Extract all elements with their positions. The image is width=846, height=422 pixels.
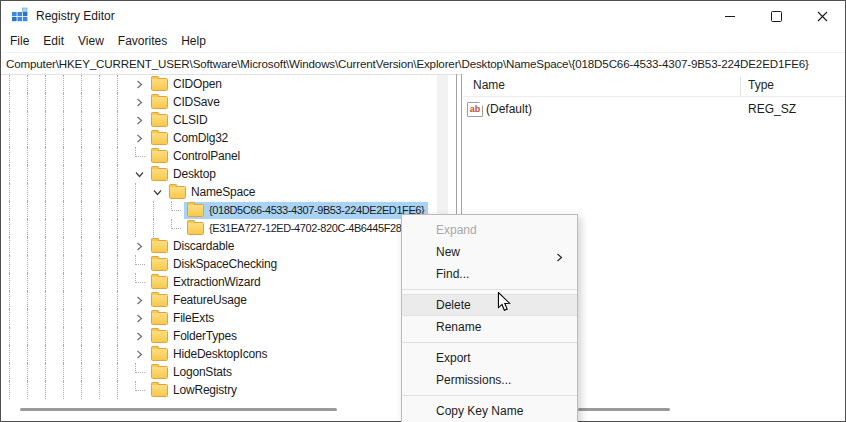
tree-item[interactable]: CIDSave	[148, 93, 224, 111]
tree-guide-line	[63, 201, 81, 219]
maximize-button[interactable]	[753, 1, 799, 32]
tree-row[interactable]: FileExts	[1, 309, 454, 327]
tree-guide-line	[63, 75, 81, 93]
column-header-type[interactable]: Type	[748, 74, 774, 96]
tree-row[interactable]: CIDOpen	[1, 75, 454, 93]
tree-row[interactable]: FolderTypes	[1, 327, 454, 345]
context-menu-item-export[interactable]: Export	[402, 347, 577, 369]
context-menu-item-rename[interactable]: Rename	[402, 316, 577, 338]
tree-row[interactable]: NameSpace	[1, 183, 454, 201]
menubar-item-file[interactable]: File	[3, 31, 36, 52]
tree-item-label: FolderTypes	[173, 329, 237, 343]
tree-connector	[135, 255, 148, 273]
column-header-name[interactable]: Name	[473, 74, 505, 96]
tree-item[interactable]: FileExts	[148, 309, 218, 327]
context-menu-item-copy-key-name[interactable]: Copy Key Name	[402, 400, 577, 422]
tree-row[interactable]: HideDesktopIcons	[1, 345, 454, 363]
tree-guide-line	[27, 111, 45, 129]
tree-item[interactable]: HideDesktopIcons	[148, 345, 271, 363]
tree-guide-line	[27, 201, 45, 219]
tree-item[interactable]: {E31EA727-12ED-4702-820C-4B6445F28E	[184, 220, 412, 237]
tree-row[interactable]: ExtractionWizard	[1, 273, 454, 291]
context-menu-item-delete[interactable]: Delete	[402, 294, 577, 316]
tree-item[interactable]: DiskSpaceChecking	[148, 255, 281, 273]
value-row[interactable]: ab (Default) REG_SZ	[463, 100, 845, 119]
tree-guide-line	[9, 147, 27, 165]
folder-icon	[151, 294, 168, 307]
tree-horizontal-scrollbar-thumb[interactable]	[20, 408, 337, 411]
chevron-right-icon[interactable]	[135, 93, 148, 111]
tree-guide-line	[99, 183, 117, 201]
tree-item[interactable]: ExtractionWizard	[148, 273, 265, 291]
chevron-right-icon[interactable]	[135, 309, 148, 327]
menubar-item-help[interactable]: Help	[174, 31, 213, 52]
chevron-right-icon[interactable]	[135, 75, 148, 93]
chevron-down-icon[interactable]	[153, 183, 166, 201]
tree-row[interactable]: DiskSpaceChecking	[1, 255, 454, 273]
tree-guide-line	[27, 291, 45, 309]
tree-guide-line	[117, 75, 135, 93]
context-menu-item-permissions---[interactable]: Permissions...	[402, 369, 577, 391]
tree-item[interactable]: Discardable	[148, 237, 238, 255]
chevron-right-icon[interactable]	[135, 129, 148, 147]
tree-item[interactable]: LowRegistry	[148, 381, 241, 399]
values-horizontal-scrollbar-thumb[interactable]	[578, 408, 670, 411]
tree-item[interactable]: CIDOpen	[148, 75, 226, 93]
registry-editor-window: Registry Editor FileEditViewFavoritesHel…	[0, 0, 846, 422]
tree-guide-line	[27, 237, 45, 255]
tree-guide-line	[9, 345, 27, 363]
context-menu-item-new[interactable]: New	[402, 241, 577, 263]
chevron-right-icon[interactable]	[135, 111, 148, 129]
tree-row[interactable]: FeatureUsage	[1, 291, 454, 309]
tree-guide-line	[153, 219, 171, 237]
tree-item-selected[interactable]: {018D5C66-4533-4307-9B53-224DE2ED1FE6}	[184, 202, 428, 219]
tree-guide-line	[99, 381, 117, 399]
minimize-icon	[725, 16, 735, 17]
menubar-item-favorites[interactable]: Favorites	[111, 31, 174, 52]
tree-guide-line	[45, 381, 63, 399]
tree-item[interactable]: ControlPanel	[148, 147, 244, 165]
tree-guide-line	[99, 111, 117, 129]
tree-item[interactable]: CLSID	[148, 111, 211, 129]
chevron-right-icon[interactable]	[135, 237, 148, 255]
column-divider[interactable]	[740, 76, 741, 96]
tree-item-label: ComDlg32	[173, 131, 228, 145]
tree-item[interactable]: FeatureUsage	[148, 291, 251, 309]
folder-icon	[151, 258, 168, 271]
tree-guide-line	[99, 93, 117, 111]
tree-row[interactable]: LowRegistry	[1, 381, 454, 399]
tree-item[interactable]: LogonStats	[148, 363, 236, 381]
close-button[interactable]	[799, 1, 845, 32]
tree-guide-line	[9, 201, 27, 219]
tree-item[interactable]: Desktop	[148, 165, 220, 183]
chevron-right-icon[interactable]	[135, 291, 148, 309]
tree-guide-line	[117, 111, 135, 129]
minimize-button[interactable]	[707, 1, 753, 32]
tree-guide-line	[45, 345, 63, 363]
tree-row[interactable]: CIDSave	[1, 93, 454, 111]
chevron-right-icon[interactable]	[135, 345, 148, 363]
tree-item-label: DiskSpaceChecking	[173, 257, 277, 271]
tree-row[interactable]: {018D5C66-4533-4307-9B53-224DE2ED1FE6}	[1, 201, 454, 219]
chevron-down-icon[interactable]	[135, 165, 148, 183]
tree-row[interactable]: Discardable	[1, 237, 454, 255]
tree-guide-line	[27, 345, 45, 363]
tree-row[interactable]: CLSID	[1, 111, 454, 129]
tree-guide-line	[9, 165, 27, 183]
tree-item[interactable]: ComDlg32	[148, 129, 232, 147]
tree-guide-line	[81, 201, 99, 219]
menubar-item-edit[interactable]: Edit	[36, 31, 71, 52]
tree-item[interactable]: FolderTypes	[148, 327, 241, 345]
context-menu-item-find---[interactable]: Find...	[402, 263, 577, 285]
tree-guide-line	[45, 147, 63, 165]
menubar-item-view[interactable]: View	[71, 31, 111, 52]
tree-row[interactable]: LogonStats	[1, 363, 454, 381]
tree-row[interactable]: ControlPanel	[1, 147, 454, 165]
tree-row[interactable]: ComDlg32	[1, 129, 454, 147]
tree-row[interactable]: Desktop	[1, 165, 454, 183]
chevron-right-icon[interactable]	[135, 327, 148, 345]
address-bar[interactable]: Computer\HKEY_CURRENT_USER\Software\Micr…	[1, 52, 845, 75]
tree-row[interactable]: {E31EA727-12ED-4702-820C-4B6445F28E	[1, 219, 454, 237]
tree-guide-line	[27, 381, 45, 399]
tree-item[interactable]: NameSpace	[166, 183, 259, 201]
